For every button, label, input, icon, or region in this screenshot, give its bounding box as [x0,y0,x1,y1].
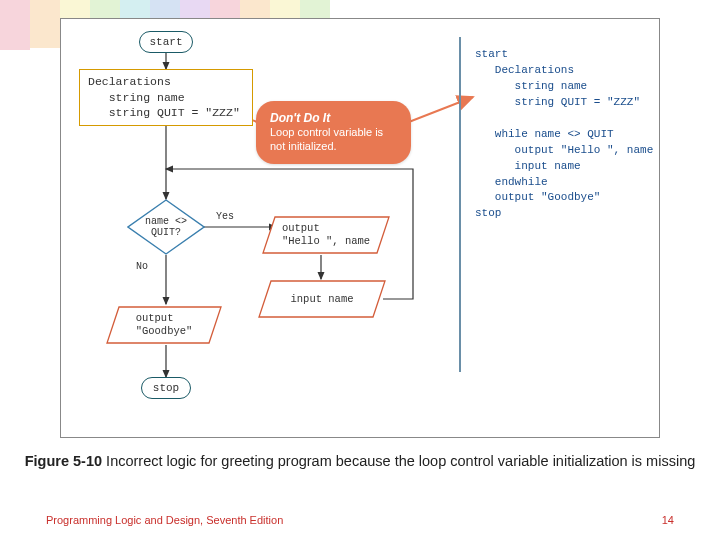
footer-book-title: Programming Logic and Design, Seventh Ed… [46,514,283,526]
io-output-goodbye: output "Goodbye" [105,305,223,345]
terminal-start-label: start [150,36,183,48]
terminal-stop: stop [141,377,191,399]
svg-rect-1 [30,0,60,48]
declarations-box: Declarations string name string QUIT = "… [79,69,253,126]
terminal-start: start [139,31,193,53]
io-input-name-text: input name [290,293,353,306]
callout-dontdoit: Don't Do It Loop control variable is not… [256,101,411,164]
label-no: No [136,261,148,272]
decision-text: name <> QUIT? [145,216,187,238]
declarations-text: Declarations string name string QUIT = "… [88,74,244,121]
figure-title: Incorrect logic for greeting program bec… [102,453,695,469]
decision-diamond: name <> QUIT? [127,199,205,255]
callout-heading: Don't Do It [270,111,330,125]
io-output-hello: output "Hello ", name [261,215,391,255]
figure-caption: Figure 5-10 Incorrect logic for greeting… [0,452,720,471]
pseudocode-block: start Declarations string name string QU… [475,47,653,222]
io-output-goodbye-text: output "Goodbye" [136,312,193,337]
io-input-name: input name [257,279,387,319]
svg-rect-0 [0,0,30,50]
footer-page-number: 14 [662,514,674,526]
figure-number: Figure 5-10 [25,453,102,469]
vertical-divider [459,37,461,372]
callout-body: Loop control variable is not initialized… [270,126,383,152]
io-output-hello-text: output "Hello ", name [282,222,370,247]
terminal-stop-label: stop [153,382,179,394]
label-yes: Yes [216,211,234,222]
diagram-frame: start Declarations string name string QU… [60,18,660,438]
